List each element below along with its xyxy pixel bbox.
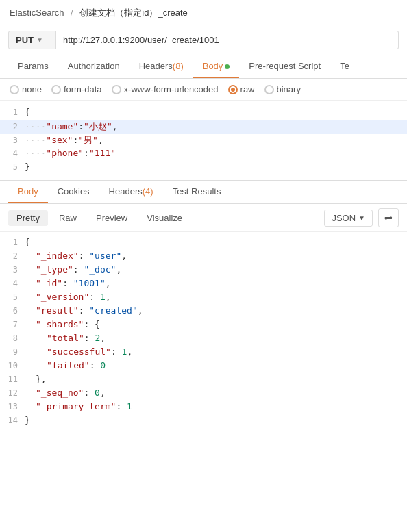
tab-body[interactable]: Body [193,55,240,78]
format-type-label: JSON [332,213,356,223]
radio-circle-raw [228,85,238,94]
radio-circle-urlencoded [112,85,121,94]
rtab-body[interactable]: Body [8,181,48,203]
wrap-icon-button[interactable]: ⇌ [378,208,399,227]
body-type-row: none form-data x-www-form-urlencoded raw… [0,79,407,101]
response-body: 1 { 2 "_index": "user", 3 "_type": "_doc… [0,232,407,432]
body-dot [225,64,230,69]
radio-circle-none [10,85,19,94]
rline-5: 5 "_version": 1, [0,291,407,305]
radio-form-data[interactable]: form-data [51,84,102,94]
format-btn-raw[interactable]: Raw [51,210,85,226]
request-body-editor[interactable]: 1 { 2 ····"name":"小赵", 3 ····"sex":"男", … [0,101,407,181]
response-tabs-row: Body Cookies Headers(4) Test Results [0,181,407,204]
format-btn-preview[interactable]: Preview [88,210,136,226]
breadcrumb-root[interactable]: ElasticSearch [10,8,64,18]
req-line-4: 4 ····"phone":"111" [0,147,407,161]
url-bar: PUT ▼ [0,25,407,55]
rline-13: 13 "_primary_term": 1 [0,401,407,414]
method-label: PUT [16,35,34,45]
radio-circle-form-data [51,85,61,94]
rline-14: 14 } [0,414,407,428]
tab-params[interactable]: Params [8,55,58,78]
chevron-down-icon: ▼ [36,36,43,44]
rline-12: 12 "_seq_no": 0, [0,387,407,401]
tab-authorization[interactable]: Authorization [58,55,130,78]
radio-none[interactable]: none [10,84,42,94]
url-input[interactable] [56,31,399,49]
rline-7: 7 "_shards": { [0,318,407,332]
wrap-icon: ⇌ [384,212,393,223]
request-tabs-row: Params Authorization Headers(8) Body Pre… [0,55,407,79]
rline-10: 10 "failed": 0 [0,359,407,373]
tab-pre-request-script[interactable]: Pre-request Script [239,55,330,78]
radio-binary[interactable]: binary [264,84,301,94]
chevron-down-icon: ▼ [358,214,365,222]
rtab-test-results[interactable]: Test Results [163,181,231,203]
breadcrumb-current: 创建文档（指定id）_create [79,8,187,18]
req-line-2: 2 ····"name":"小赵", [0,120,407,134]
req-line-5: 5 } [0,161,407,175]
rline-8: 8 "total": 2, [0,332,407,346]
format-type-select[interactable]: JSON ▼ [324,210,373,227]
format-btn-pretty[interactable]: Pretty [8,210,48,226]
radio-urlencoded[interactable]: x-www-form-urlencoded [112,84,219,94]
radio-raw[interactable]: raw [228,84,255,94]
rline-11: 11 }, [0,373,407,387]
rline-9: 9 "successful": 1, [0,346,407,359]
radio-circle-binary [264,85,274,94]
format-btn-visualize[interactable]: Visualize [138,210,190,226]
breadcrumb-sep: / [71,8,75,18]
tab-te[interactable]: Te [330,55,359,78]
tab-headers[interactable]: Headers(8) [130,55,193,78]
rline-2: 2 "_index": "user", [0,250,407,264]
method-select[interactable]: PUT ▼ [8,31,56,49]
req-line-3: 3 ····"sex":"男", [0,134,407,147]
rtab-cookies[interactable]: Cookies [48,181,99,203]
rline-6: 6 "result": "created", [0,305,407,318]
req-line-1: 1 { [0,106,407,120]
rline-4: 4 "_id": "1001", [0,277,407,291]
rline-3: 3 "_type": "_doc", [0,264,407,277]
rtab-headers[interactable]: Headers(4) [99,181,163,203]
format-row: Pretty Raw Preview Visualize JSON ▼ ⇌ [0,204,407,232]
breadcrumb: ElasticSearch / 创建文档（指定id）_create [0,0,407,25]
rline-1: 1 { [0,236,407,250]
